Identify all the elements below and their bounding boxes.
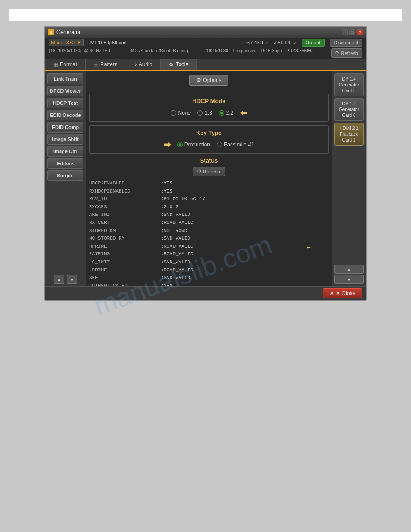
mode-selector[interactable]: Mode: SST ▼	[49, 39, 84, 46]
right-down-arrow[interactable]: ▼	[334, 275, 364, 284]
status-row-no-stored-km: NO_STORED_KM :SND_VALID	[89, 235, 329, 243]
status-key: AUTHENTICATED	[89, 282, 161, 286]
key-production-option[interactable]: Production	[177, 142, 210, 148]
maximize-button[interactable]: □	[349, 29, 355, 35]
main-window: G Generator _ □ ✕ Mode: SST ▼ FMT:1080p5…	[44, 26, 367, 301]
hprime-arrow-indicator: ⬅	[306, 243, 311, 254]
status-val: :SND_VALID	[161, 211, 190, 219]
status-val: :RCVD_VALID	[161, 219, 193, 227]
title-bar: G Generator _ □ ✕	[45, 27, 366, 38]
card-hdmi21-pb1[interactable]: HDMI 2.1PlaybackCard 1	[334, 123, 364, 146]
sidebar-btn-image-shift[interactable]: Image Shift	[47, 134, 83, 145]
status-val: :SND_VALID	[161, 235, 190, 243]
sidebar-btn-image-ctrl[interactable]: Image Ctrl	[47, 146, 83, 157]
audio-icon: ♪	[134, 61, 137, 68]
right-sidebar: DP 1.4GeneratorCard 3 DP 1.2GeneratorCar…	[332, 71, 366, 286]
disconnect-button[interactable]: Disconnect	[330, 39, 362, 47]
window-close-button[interactable]: ✕	[357, 29, 363, 35]
resolution: 1920x1080	[206, 48, 228, 58]
tab-pattern[interactable]: ▤ Pattern	[86, 59, 126, 70]
info-bar-row1: Mode: SST ▼ FMT:1080p59.xml H:67.43kHz V…	[45, 38, 366, 47]
status-key: PAIRING	[89, 250, 161, 258]
sidebar-up-arrow[interactable]: ▲	[54, 275, 64, 284]
hdcp-none-radio[interactable]	[171, 110, 176, 116]
info-bar-row2: (16) 1920x1080p @ 60 Hz 16:9 IMG:/Standa…	[45, 47, 366, 59]
status-val: :YES	[161, 180, 172, 188]
status-table: HDCP2ENABLED :YES RXHDCP2ENABLED :YES RC…	[89, 180, 329, 286]
sidebar-btn-edid-comp[interactable]: EDID Comp	[47, 122, 83, 133]
status-key: LPRIME	[89, 266, 161, 275]
close-label: ✕ Close	[336, 290, 355, 296]
h-freq: H:67.43kHz	[242, 40, 268, 45]
sidebar-down-arrow[interactable]: ▼	[67, 275, 77, 284]
status-val: :YES	[161, 282, 172, 286]
hdcp-13-radio[interactable]	[197, 110, 203, 116]
sidebar-btn-dpcd-viewer[interactable]: DPCD Viewer	[47, 86, 83, 96]
status-val: :2 0 2	[161, 203, 179, 211]
resolution-full: (16) 1920x1080p @ 60 Hz 16:9	[49, 48, 111, 58]
bottom-bar: ✕ ✕ Close	[45, 286, 366, 300]
tab-format[interactable]: ▦ Format	[45, 59, 86, 70]
tab-format-label: Format	[60, 61, 77, 68]
v-freq: V:59.94Hz	[274, 40, 296, 45]
sidebar-btn-edid-decode[interactable]: EDID Decode	[47, 110, 83, 120]
status-key: LC_INIT	[89, 258, 161, 266]
card-dp12-gen6[interactable]: DP 1.2GeneratorCard 6	[334, 98, 364, 121]
address-bar	[9, 9, 402, 21]
hdcp-mode-title: HDCP Mode	[93, 98, 325, 104]
refresh-button[interactable]: ⟳ Refresh	[193, 167, 225, 176]
key-type-arrow-indicator: ➡	[164, 140, 171, 150]
status-key: NO_STORED_KM	[89, 235, 161, 243]
title-bar-left: G Generator	[48, 29, 81, 35]
hdcp-22-radio[interactable]	[219, 110, 224, 116]
status-key: RX_CERT	[89, 219, 161, 227]
status-key: AKE_INIT	[89, 211, 161, 219]
key-production-radio[interactable]	[177, 142, 183, 147]
sidebar-btn-scripts[interactable]: Scripts	[47, 170, 83, 181]
tools-icon: ⚙	[169, 61, 174, 68]
status-row-ake-init: AKE_INIT :SND_VALID	[89, 211, 329, 219]
hdcp-none-label: None	[178, 110, 191, 116]
refresh-label: Refresh	[341, 51, 358, 56]
status-row-pairing: PAIRING :RCVD_VALID	[89, 250, 329, 258]
pattern-icon: ▤	[94, 61, 98, 68]
card-dp14-gen3[interactable]: DP 1.4GeneratorCard 3	[334, 73, 364, 96]
key-facsimile-option[interactable]: Facsimile #1	[217, 142, 254, 148]
sidebar-btn-link-train[interactable]: Link Train	[47, 73, 83, 84]
output-button[interactable]: Output	[302, 39, 325, 47]
options-label: Options	[203, 77, 221, 83]
status-val: :YES	[161, 188, 172, 196]
status-key: RCV_ID	[89, 195, 161, 203]
sidebar-btn-editors[interactable]: Editors	[47, 158, 83, 169]
hdcp-22-option[interactable]: 2.2	[219, 110, 234, 116]
nav-tabs: ▦ Format ▤ Pattern ♪ Audio ⚙ Tools	[45, 59, 366, 71]
hdcp-13-option[interactable]: 1.3	[197, 110, 212, 116]
tab-audio[interactable]: ♪ Audio	[126, 59, 161, 70]
tab-tools-label: Tools	[176, 61, 188, 68]
tab-pattern-label: Pattern	[100, 61, 118, 68]
sidebar-btn-hdcp-test[interactable]: HDCP Test	[47, 98, 83, 108]
app-icon: G	[48, 29, 54, 35]
status-val: :RCVD_VALID	[161, 250, 193, 258]
status-row-rcvid: RCV_ID :e1 bc 60 5c 47	[89, 195, 329, 203]
scan-mode: Progressive	[233, 48, 257, 58]
key-facsimile-label: Facsimile #1	[224, 142, 254, 148]
mode-label: Mode: SST	[51, 40, 76, 45]
right-up-arrow[interactable]: ▲	[334, 265, 364, 274]
refresh-button-top[interactable]: ⟳ Refresh	[331, 48, 362, 58]
img-label: IMG:/Standard/SmpteBar.img	[129, 48, 188, 58]
close-button[interactable]: ✕ ✕ Close	[323, 288, 362, 298]
status-section: Status ⟳ Refresh HDCP2ENABLED :YES	[89, 157, 329, 286]
status-val: :e1 bc 60 5c 47	[161, 195, 205, 203]
minimize-button[interactable]: _	[342, 29, 348, 35]
hdcp-arrow-indicator: ⬅	[240, 108, 247, 118]
key-facsimile-radio[interactable]	[217, 142, 222, 147]
status-row-lprime: LPRIME :RCVD_VALID	[89, 266, 329, 275]
status-row-rx-cert: RX_CERT :RCVD_VALID	[89, 219, 329, 227]
tab-tools[interactable]: ⚙ Tools	[161, 59, 197, 70]
p-freq: P:148.35MHz	[286, 48, 313, 58]
options-button[interactable]: ⚙ Options	[189, 75, 228, 86]
hdcp-none-option[interactable]: None	[171, 110, 191, 116]
key-type-section: Key Type ➡ Production Facsimile #1	[89, 125, 329, 154]
fmt-label: FMT:1080p59.xml	[87, 40, 126, 45]
